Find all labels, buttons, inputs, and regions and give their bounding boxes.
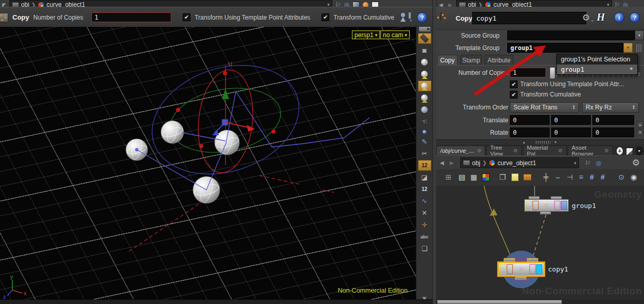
node-name-field[interactable]: copy1 bbox=[472, 12, 586, 24]
output-connector[interactable] bbox=[515, 276, 526, 280]
thumbnail-view-icon[interactable]: ▦ bbox=[469, 172, 479, 182]
houdini-logo-icon[interactable]: H bbox=[597, 11, 605, 24]
visibility-eye-icon[interactable]: ◉ bbox=[629, 172, 639, 182]
display-grid-icon[interactable]: # bbox=[598, 172, 608, 182]
input-connector[interactable] bbox=[527, 258, 538, 262]
distribute-vertical-icon[interactable]: ╪ bbox=[541, 172, 551, 182]
template-flag[interactable] bbox=[529, 264, 536, 274]
point-marker-icon[interactable] bbox=[418, 128, 431, 135]
camera-lock-icon[interactable]: ◙ bbox=[418, 45, 431, 56]
template-flag[interactable] bbox=[554, 201, 560, 210]
sticky-note-icon[interactable] bbox=[510, 172, 520, 182]
snapping-sphere-icon[interactable] bbox=[418, 104, 431, 115]
drag-handle[interactable] bbox=[636, 44, 642, 52]
display-points-pen-icon[interactable]: ✎ bbox=[418, 136, 431, 147]
tab-material-palette[interactable]: Material Pal...⚙ bbox=[523, 146, 567, 155]
copy-node-icon[interactable] bbox=[0, 13, 8, 22]
breadcrumb-context[interactable]: obj bbox=[472, 159, 480, 167]
handle-y-cone[interactable] bbox=[222, 89, 229, 99]
select-geometry-icon[interactable] bbox=[418, 92, 431, 103]
camera-menu[interactable]: persp1▾ bbox=[352, 30, 380, 39]
tab-stamp[interactable]: Stamp bbox=[460, 55, 482, 66]
split-pane-icon[interactable] bbox=[626, 148, 633, 155]
horizontal-lines-icon[interactable]: ≡ bbox=[576, 172, 586, 182]
back-icon[interactable]: ◄ bbox=[439, 159, 445, 167]
chevron-down-icon[interactable]: ▾ bbox=[574, 161, 576, 166]
follow-target-icon[interactable]: ◎ bbox=[596, 159, 601, 167]
align-right-icon[interactable]: ⊣ bbox=[565, 172, 575, 182]
sphere-copy-3[interactable] bbox=[215, 130, 239, 155]
scroll-down-button[interactable]: ▼ bbox=[637, 129, 643, 136]
display-origin-axes-icon[interactable]: ✛ bbox=[418, 219, 431, 230]
pane-menu-icon[interactable]: ▼ bbox=[636, 147, 643, 155]
list-view-icon[interactable]: ▤ bbox=[457, 172, 467, 182]
display-flag[interactable] bbox=[561, 201, 567, 210]
breadcrumb-node[interactable]: curve_object1 bbox=[497, 159, 536, 167]
tab-copy[interactable]: Copy bbox=[437, 55, 458, 66]
tab-attribute[interactable]: Attribute bbox=[485, 55, 513, 66]
tab-asset-browser[interactable]: Asset Browser⚙ bbox=[568, 146, 613, 155]
info-icon[interactable]: i bbox=[614, 12, 624, 23]
scrollbar-thumb[interactable] bbox=[437, 300, 562, 304]
primitive-numbers-icon[interactable]: 12 bbox=[418, 184, 431, 195]
display-flag[interactable] bbox=[536, 264, 542, 274]
divider-grip[interactable] bbox=[535, 141, 551, 144]
handle-x-arrowhead[interactable] bbox=[247, 125, 255, 132]
input-connector[interactable] bbox=[551, 196, 562, 200]
network-box-icon[interactable] bbox=[522, 172, 533, 182]
point-numbers-icon[interactable]: 12 bbox=[418, 160, 431, 171]
transform-cumulative-checkbox[interactable]: ✔ bbox=[510, 91, 518, 99]
network-scrollbar[interactable] bbox=[436, 299, 644, 304]
slider-handle[interactable] bbox=[550, 67, 555, 79]
profile-curves-icon[interactable]: ∿ bbox=[418, 196, 431, 206]
pin-icon[interactable]: ⚐ bbox=[585, 159, 591, 167]
camera-link-menu[interactable]: no cam▾ bbox=[380, 30, 410, 39]
layout-nodes-icon[interactable]: ❐ bbox=[497, 172, 508, 182]
template-group-dropdown-button[interactable]: ▾ bbox=[623, 43, 633, 53]
scrollbar-button[interactable]: ▶ bbox=[418, 26, 431, 32]
annotation-bubble-icon[interactable]: ❏ bbox=[418, 243, 431, 254]
zoom-icon[interactable]: ⊙ bbox=[616, 172, 626, 182]
primitive-normals-icon[interactable]: ◪ bbox=[418, 172, 431, 183]
operation-presets-icon[interactable]: ▾ bbox=[400, 12, 412, 23]
rotate-x-input[interactable]: 0 bbox=[510, 127, 550, 137]
copies-input[interactable]: 1 bbox=[91, 12, 171, 22]
breadcrumb[interactable]: obj ❯ curve_object1 ▾ bbox=[456, 0, 612, 7]
copies-input[interactable]: 1 bbox=[510, 68, 546, 77]
parent-network-icon[interactable]: ⊞ bbox=[443, 172, 454, 182]
scroll-up-button[interactable]: ▲ bbox=[637, 121, 643, 128]
input-connector[interactable] bbox=[504, 258, 515, 262]
handle-z-arrowhead[interactable] bbox=[212, 130, 219, 135]
help-icon[interactable]: ? bbox=[417, 12, 427, 23]
select-hand-icon[interactable]: ☜ bbox=[418, 116, 431, 127]
lock-flag[interactable] bbox=[533, 201, 539, 210]
scene-viewport[interactable]: U bbox=[0, 27, 416, 299]
bypass-flag[interactable] bbox=[500, 264, 506, 274]
translate-x-input[interactable]: 0 bbox=[510, 115, 550, 125]
breadcrumb[interactable]: obj ❯ curve_object1 ▾ bbox=[9, 0, 332, 7]
forward-icon[interactable]: ► bbox=[448, 159, 455, 167]
display-node-names-icon[interactable]: abc bbox=[418, 231, 431, 242]
snap-grid-icon[interactable]: # bbox=[587, 172, 597, 182]
source-group-input[interactable] bbox=[507, 30, 635, 40]
help-icon[interactable]: ? bbox=[630, 12, 640, 23]
select-points-icon[interactable] bbox=[418, 69, 431, 79]
rotate-order-select[interactable]: Rx Ry Rz ▲▼ bbox=[582, 102, 639, 113]
transform-template-checkbox[interactable]: ✔ bbox=[183, 13, 190, 21]
show-points-icon[interactable] bbox=[418, 57, 431, 68]
node-label[interactable]: group1 bbox=[572, 202, 596, 210]
gear-icon[interactable]: ⚙ bbox=[632, 157, 640, 168]
rotate-y-input[interactable]: 0 bbox=[551, 127, 591, 137]
view-plane-icon[interactable] bbox=[418, 33, 431, 44]
dashed-wires-icon[interactable]: -- bbox=[553, 172, 563, 182]
transform-template-checkbox[interactable]: ✔ bbox=[510, 81, 518, 88]
network-canvas[interactable]: Geometry Non-Commercial Edition ∷ bbox=[436, 186, 644, 299]
tab-tree-view[interactable]: Tree View⚙ bbox=[486, 146, 522, 155]
secure-selection-icon[interactable] bbox=[418, 81, 431, 91]
rotate-z-input[interactable]: 0 bbox=[592, 127, 634, 137]
display-hulls-icon[interactable]: ✕ bbox=[418, 207, 431, 218]
tab-network-path[interactable]: /obj/curve_...⚙ bbox=[436, 146, 485, 155]
source-group-dropdown-button[interactable]: ▾ bbox=[635, 30, 644, 40]
display-normals-icon[interactable]: ✂ bbox=[418, 148, 431, 159]
color-palette-icon[interactable] bbox=[480, 172, 491, 182]
